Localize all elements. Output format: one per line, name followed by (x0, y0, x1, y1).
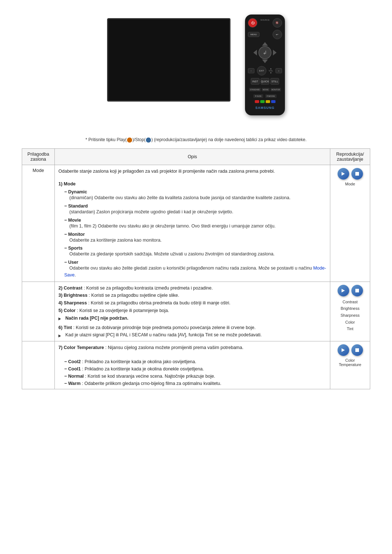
note-arrow-1 (58, 316, 63, 321)
remote-control: ⏻ SOURCE 🔇 MENU ↩ ↲ (245, 15, 285, 115)
mode-save-link[interactable]: Mode-Save (64, 266, 326, 278)
pmode-button[interactable]: P.MODE (265, 94, 277, 98)
table-row-color-temp: 7) Color Temperature : Nijansu cijelog z… (22, 341, 370, 389)
dpad-middle-row: ↲ (253, 46, 277, 59)
table-row-mode: Mode Odaberite stanje zaslona koji je pr… (22, 165, 370, 282)
stop-square (355, 172, 359, 176)
normal-desc: : Koristi se kod stvaranja većine scena.… (84, 374, 215, 379)
psize-button[interactable]: P.SIZE (253, 94, 263, 98)
still-button[interactable]: STILL (270, 78, 279, 85)
return-button[interactable]: ↩ (273, 30, 282, 39)
vol-row: − EXIT ▲ VOL ▼ + (248, 66, 282, 75)
contrast-icon-labels: Contrast Brightness Sharpness Color Tint (334, 299, 366, 332)
menu-button[interactable]: MENU (248, 32, 260, 37)
play-triangle (342, 172, 345, 176)
mode-icon-label: Mode (334, 182, 366, 186)
psize-pmode-row: P.SIZE P.MODE (253, 94, 276, 98)
vol-minus[interactable]: − (248, 68, 254, 73)
monitor-button[interactable]: MONITOR (270, 88, 281, 91)
source-label: SOURCE (260, 19, 270, 28)
header-prilagodba: Prilagodba zaslona (22, 148, 55, 165)
normal-item: − Normal : Koristi se kod stvaranja veći… (58, 374, 326, 379)
contrast-item: 2) Contrast : Koristi se za prilagodbu k… (58, 285, 326, 292)
dpad-left[interactable] (253, 50, 257, 56)
tint-note-text: Kad je ulazni signal [PC] ili PAL i SECA… (65, 332, 262, 337)
dpad-right[interactable] (273, 50, 277, 56)
brand-label: SAMSUNG (255, 106, 274, 110)
dpad-area: ↲ (253, 42, 277, 63)
cell-colortemp-label (22, 341, 55, 389)
brightness-label: Brightness (334, 305, 366, 312)
contrast-play-triangle (342, 289, 345, 292)
colortemp-stop-icon (351, 344, 363, 356)
cell-contrast-icons: Contrast Brightness Sharpness Color Tint (330, 282, 370, 341)
sharpness-title: 4) Sharpness (58, 300, 87, 305)
mode-user-desc: Odaberite ovu stavku ako želite gledati … (64, 266, 326, 278)
mode-dynamic-item: − Dynamic (dinamičan) Odaberite ovu stav… (58, 189, 326, 201)
color-label: Color (334, 319, 366, 326)
dpad-up[interactable] (262, 42, 268, 46)
mode-standard-title: − Standard (64, 204, 88, 209)
cool2-title: − Cool2 (64, 359, 81, 364)
sharpness-label: Sharpness (334, 312, 366, 319)
contrast-icon-group (334, 285, 366, 296)
install-button[interactable]: INST (251, 78, 260, 85)
cool1-desc: : Prikladno za korištenje kada je okolin… (81, 366, 204, 372)
cool1-title: − Cool1 (64, 366, 81, 372)
cool2-desc: : Prikladno za korištenje kada je okolin… (81, 359, 196, 364)
page-container: ⏻ SOURCE 🔇 MENU ↩ ↲ (0, 0, 392, 400)
mode-movie-desc: (film 1, film 2) Odaberite ovu stavku ak… (64, 223, 275, 229)
mode-standard-item: − Standard (standardan) Zaslon projicira… (58, 204, 326, 216)
cell-contrast-label (22, 282, 55, 341)
header-opis: Opis (55, 148, 330, 165)
table-header-row: Prilagodba zaslona Opis Reprodukcija/ za… (22, 148, 370, 165)
mode-movie-title: − Movie (64, 218, 81, 223)
cool1-item: − Cool1 : Prikladno za korištenje kada j… (58, 366, 326, 372)
mode-monitor-desc: Odaberite za korištenje zaslona kao moni… (64, 238, 162, 243)
color-temp-title: 7) Color Temperature (58, 345, 104, 350)
colortemp-play-triangle (342, 348, 345, 352)
mode-user-item: − User Odaberite ovu stavku ako želite g… (58, 260, 326, 279)
color-title: 5) Color (58, 308, 75, 313)
cell-mode-label: Mode (22, 165, 55, 282)
stop-icon (146, 138, 151, 143)
vol-plus[interactable]: + (275, 68, 282, 73)
top-section: ⏻ SOURCE 🔇 MENU ↩ ↲ (22, 11, 370, 115)
mode-sports-title: − Sports (64, 246, 82, 251)
power-button[interactable]: ⏻ (248, 18, 257, 28)
color-green-button[interactable] (260, 100, 265, 103)
quick-button[interactable]: QUICK (261, 78, 269, 85)
standard-button[interactable]: STANDARD (249, 88, 261, 91)
color-temp-item: 7) Color Temperature : Nijansu cijelog z… (58, 344, 326, 351)
contrast-label: Contrast (334, 299, 366, 305)
brightness-item: 3) Brightness : Koristi se za prilagodbu… (58, 292, 326, 299)
dpad-center-button[interactable]: ↲ (258, 46, 271, 59)
cell-contrast-content: 2) Contrast : Koristi se za prilagodbu k… (55, 282, 330, 341)
warm-desc: : Odaberite prilikom gledanja crno-bijel… (81, 381, 221, 386)
colortemp-stop-square (355, 348, 359, 352)
play-nav-icon (338, 168, 349, 180)
colortemp-play-icon (338, 344, 349, 356)
contrast-stop-icon (351, 285, 363, 296)
vol-down-arrow: ▼ (270, 72, 272, 74)
dpad-down[interactable] (262, 59, 268, 63)
color-yellow-button[interactable] (266, 100, 270, 103)
stop-nav-icon (351, 168, 363, 180)
vol-label-group: ▲ VOL ▼ (269, 67, 273, 74)
warm-title: − Warm (64, 381, 81, 386)
tv-display (107, 18, 230, 102)
remote-top-row: ⏻ SOURCE 🔇 (248, 18, 282, 28)
movie-button[interactable]: MOVIE (262, 88, 270, 91)
instruction-text: * Pritisnite tipku Play()/Stop() (reprod… (22, 137, 370, 143)
brightness-title: 3) Brightness (58, 293, 87, 298)
cell-mode-content: Odaberite stanje zaslona koji je prilago… (55, 165, 330, 282)
color-blue-button[interactable] (271, 100, 275, 103)
mode-movie-item: − Movie (film 1, film 2) Odaberite ovu s… (58, 218, 326, 230)
color-red-button[interactable] (255, 100, 259, 103)
pc-note-row: Način rada [PC] nije podržan. (58, 316, 326, 321)
contrast-stop-square (355, 289, 359, 292)
color-buttons-row (248, 100, 282, 103)
mode-monitor-title: − Monitor (64, 232, 85, 237)
exit-button[interactable]: EXIT (257, 66, 266, 75)
mute-button[interactable]: 🔇 (273, 18, 282, 28)
